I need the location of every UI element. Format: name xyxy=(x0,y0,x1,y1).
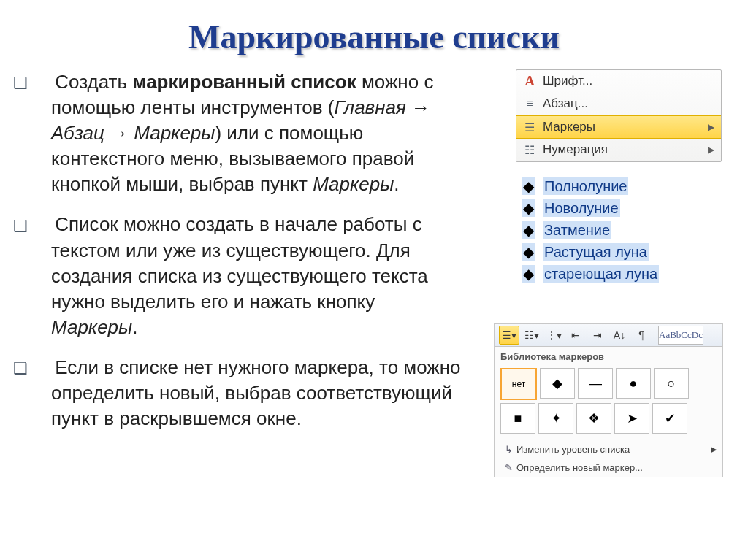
para1-i1: Главная xyxy=(334,96,405,118)
context-menu: A Шрифт... ≡ Абзац... ☰ Маркеры ▶ ☷ Нуме… xyxy=(516,69,722,162)
change-level-item[interactable]: ↳ Изменить уровень списка ▶ xyxy=(495,440,722,459)
diamond-bullet-icon: ◆ xyxy=(522,199,535,217)
bullet-swatch-none[interactable]: нет xyxy=(500,368,537,400)
bullet-swatch[interactable]: ○ xyxy=(654,368,689,399)
numbering-icon: ☷ xyxy=(516,143,543,157)
numbering-dropdown-button[interactable]: ☷▾ xyxy=(522,326,541,344)
footer-label: Определить новый маркер... xyxy=(516,462,643,473)
chevron-right-icon: ▶ xyxy=(708,145,721,155)
sort-button[interactable]: A↓ xyxy=(610,326,629,344)
example-bulleted-list: ◆Полнолуние ◆Новолуние ◆Затмение ◆Растущ… xyxy=(522,177,659,287)
multilevel-dropdown-button[interactable]: ⋮▾ xyxy=(544,326,563,344)
level-icon: ↳ xyxy=(500,444,516,455)
para1-bold: маркированный список xyxy=(132,71,356,93)
diamond-bullet-icon: ◆ xyxy=(522,265,535,283)
bullet-swatch[interactable]: ■ xyxy=(500,403,535,434)
panel-footer: ↳ Изменить уровень списка ▶ ✎ Определить… xyxy=(495,440,722,477)
para1-ar1: → xyxy=(406,96,430,118)
library-label: Библиотека маркеров xyxy=(495,347,722,365)
list-item: ◆Затмение xyxy=(522,221,659,239)
list-item: ◆Полнолуние xyxy=(522,177,659,195)
menu-item-numbering[interactable]: ☷ Нумерация ▶ xyxy=(516,139,721,161)
menu-item-bullets[interactable]: ☰ Маркеры ▶ xyxy=(516,115,721,139)
bullet-library-panel: ☰▾ ☷▾ ⋮▾ ⇤ ⇥ A↓ ¶ AaBbCcDc Библиотека ма… xyxy=(494,323,723,477)
style-preview[interactable]: AaBbCcDc xyxy=(658,326,703,345)
paragraph-2: ❑ Список можно создать в начале работы с… xyxy=(32,212,463,340)
footer-label: Изменить уровень списка xyxy=(516,444,630,455)
text-column: ❑ Создать маркированный список можно с п… xyxy=(32,69,463,446)
font-icon: A xyxy=(516,73,543,89)
para1-end: . xyxy=(394,173,399,195)
list-item: ◆Новолуние xyxy=(522,199,659,217)
new-bullet-icon: ✎ xyxy=(500,462,516,473)
page-title: Маркированные списки xyxy=(0,18,748,56)
para2-text: Список можно создать в начале работы с т… xyxy=(51,213,428,312)
menu-label: Маркеры xyxy=(543,120,708,134)
bullet-swatch[interactable]: ✔ xyxy=(652,403,687,434)
square-bullet-icon: ❑ xyxy=(32,358,50,380)
bullet-swatch-grid: нет ◆ — ● ○ ■ ✦ ❖ ➤ ✔ xyxy=(495,365,722,440)
bullets-dropdown-button[interactable]: ☰▾ xyxy=(499,326,519,345)
diamond-bullet-icon: ◆ xyxy=(522,221,535,239)
content-row: ❑ Создать маркированный список можно с п… xyxy=(0,69,748,446)
bullet-swatch[interactable]: ➤ xyxy=(614,403,649,434)
para1-pre: Создать xyxy=(55,71,132,93)
bullet-swatch[interactable]: ❖ xyxy=(576,403,611,434)
ribbon-toolbar: ☰▾ ☷▾ ⋮▾ ⇤ ⇥ A↓ ¶ AaBbCcDc xyxy=(495,324,722,347)
chevron-right-icon: ▶ xyxy=(711,445,717,454)
menu-item-paragraph[interactable]: ≡ Абзац... xyxy=(516,93,721,115)
diamond-bullet-icon: ◆ xyxy=(522,243,535,261)
paragraph-3: ❑ Если в списке нет нужного маркера, то … xyxy=(32,355,463,431)
para2-i1: Маркеры xyxy=(51,316,132,338)
square-bullet-icon: ❑ xyxy=(32,72,50,94)
para1-i3: Маркеры xyxy=(134,122,215,144)
indent-decrease-button[interactable]: ⇤ xyxy=(566,326,585,344)
menu-label: Шрифт... xyxy=(543,74,721,88)
para2-end: . xyxy=(132,316,137,338)
menu-item-font[interactable]: A Шрифт... xyxy=(516,70,721,93)
paragraph-icon: ≡ xyxy=(516,97,543,110)
chevron-right-icon: ▶ xyxy=(708,122,721,132)
list-item: ◆Растущая луна xyxy=(522,243,659,261)
para1-i4: Маркеры xyxy=(313,173,394,195)
bullet-swatch[interactable]: ◆ xyxy=(540,368,575,399)
define-new-item[interactable]: ✎ Определить новый маркер... xyxy=(495,459,722,477)
list-item: ◆стареющая луна xyxy=(522,265,659,283)
menu-label: Нумерация xyxy=(543,142,708,157)
square-bullet-icon: ❑ xyxy=(32,215,50,237)
diamond-bullet-icon: ◆ xyxy=(522,177,535,195)
pilcrow-button[interactable]: ¶ xyxy=(632,326,651,344)
paragraph-1: ❑ Создать маркированный список можно с п… xyxy=(32,69,463,197)
bullet-swatch[interactable]: ● xyxy=(616,368,651,399)
bullets-icon: ☰ xyxy=(516,120,543,134)
para3-text: Если в списке нет нужного маркера, то мо… xyxy=(51,356,461,429)
para1-i2: Абзац xyxy=(51,122,104,144)
menu-label: Абзац... xyxy=(543,96,721,111)
bullet-swatch[interactable]: ✦ xyxy=(538,403,573,434)
bullet-swatch[interactable]: — xyxy=(578,368,613,399)
side-column: A Шрифт... ≡ Абзац... ☰ Маркеры ▶ ☷ Нуме… xyxy=(463,69,725,446)
para1-ar2: → xyxy=(104,122,134,144)
indent-increase-button[interactable]: ⇥ xyxy=(588,326,607,344)
